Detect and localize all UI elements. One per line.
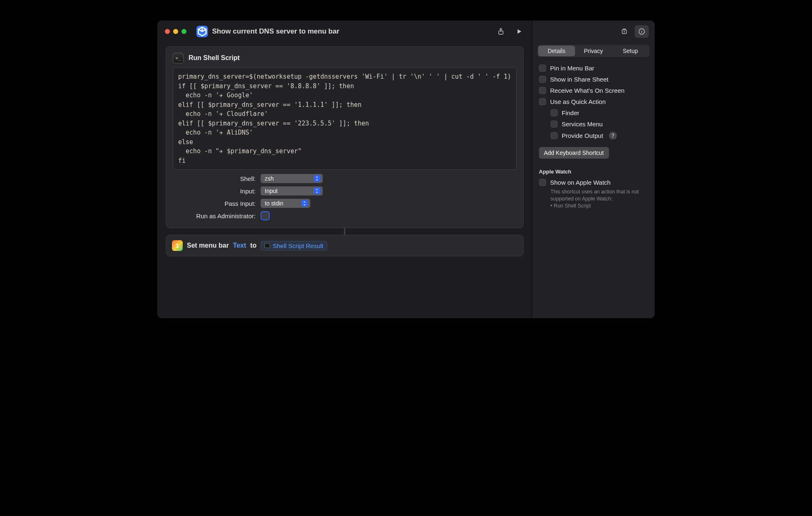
chevron-updown-icon	[314, 175, 320, 182]
checkbox-label: Receive What's On Screen	[550, 87, 625, 94]
option-finder[interactable]: Finder	[551, 109, 648, 116]
window-close-button[interactable]	[165, 29, 170, 34]
apple-watch-section-title: Apple Watch	[539, 169, 648, 175]
shortcuts-editor-window: Show current DNS server to menu bar >_ R…	[157, 21, 655, 318]
share-button[interactable]	[494, 25, 508, 38]
details-section: Pin in Menu Bar Show in Share Sheet Rece…	[532, 63, 655, 214]
run-button[interactable]	[512, 25, 526, 38]
option-show-on-apple-watch[interactable]: Show on Apple Watch	[539, 179, 648, 186]
option-pin-menu-bar[interactable]: Pin in Menu Bar	[539, 65, 648, 72]
tab-details[interactable]: Details	[538, 46, 575, 56]
editor-canvas[interactable]: >_ Run Shell Script primary_dns_server=$…	[157, 42, 532, 318]
action-header: >_ Run Shell Script	[173, 53, 517, 63]
param-pass-input: Pass Input: to stdin	[173, 199, 517, 208]
pass-input-popup[interactable]: to stdin	[261, 199, 310, 208]
sidebar-toolbar	[532, 21, 655, 42]
window-minimize-button[interactable]	[173, 29, 178, 34]
action-run-shell-script[interactable]: >_ Run Shell Script primary_dns_server=$…	[166, 46, 524, 228]
editor-main-pane: Show current DNS server to menu bar >_ R…	[157, 21, 532, 318]
titlebar: Show current DNS server to menu bar	[157, 21, 532, 42]
input-popup[interactable]: Input	[261, 186, 323, 195]
checkbox-label: Pin in Menu Bar	[550, 65, 594, 72]
checkbox-label: Show on Apple Watch	[550, 179, 611, 186]
library-button[interactable]	[617, 25, 631, 38]
inspector-tabs: Details Privacy Setup	[537, 45, 650, 57]
checkbox[interactable]	[539, 76, 546, 83]
param-shell: Shell: zsh	[173, 174, 517, 183]
param-label: Shell:	[173, 175, 256, 182]
option-provide-output[interactable]: Provide Output ?	[551, 132, 648, 140]
checkbox-label: Services Menu	[562, 121, 603, 128]
window-fullscreen-button[interactable]	[181, 29, 186, 34]
option-quick-action[interactable]: Use as Quick Action	[539, 98, 648, 105]
checkbox[interactable]	[539, 98, 546, 105]
inspector-button[interactable]	[635, 25, 649, 38]
checkbox[interactable]	[539, 65, 546, 72]
chevron-updown-icon	[301, 200, 308, 207]
pass-input-popup-value: to stdin	[265, 200, 283, 207]
checkbox[interactable]	[551, 121, 558, 128]
option-share-sheet[interactable]: Show in Share Sheet	[539, 76, 648, 83]
action-parameters: Shell: zsh Input: Input	[173, 174, 517, 220]
menubar-variable-token[interactable]: Shell Script Result	[261, 241, 327, 251]
run-as-admin-checkbox[interactable]	[261, 211, 270, 220]
param-run-as-admin: Run as Administrator:	[173, 211, 517, 220]
param-label: Pass Input:	[173, 200, 256, 207]
apple-watch-unsupported-hint: This shortcut uses an action that is not…	[551, 188, 648, 210]
shell-script-input[interactable]: primary_dns_server=$(networksetup -getdn…	[173, 68, 517, 170]
option-receive-on-screen[interactable]: Receive What's On Screen	[539, 87, 648, 94]
param-input: Input: Input	[173, 186, 517, 195]
chevron-updown-icon	[314, 188, 320, 194]
checkbox-label: Use as Quick Action	[550, 98, 606, 105]
checkbox[interactable]	[551, 132, 558, 139]
checkbox[interactable]	[539, 87, 546, 94]
one-thing-app-icon: 1	[172, 240, 183, 251]
inspector-sidebar: Details Privacy Setup Pin in Menu Bar Sh…	[532, 21, 655, 318]
checkbox[interactable]	[539, 179, 546, 186]
action-title: Run Shell Script	[188, 54, 240, 62]
action-set-menu-bar[interactable]: 1 Set menu bar Text to Shell Script Resu…	[166, 235, 524, 256]
checkbox-label: Show in Share Sheet	[550, 76, 609, 83]
terminal-icon: >_	[173, 53, 184, 63]
terminal-icon	[264, 243, 270, 248]
menubar-text-token[interactable]: Text	[233, 242, 246, 249]
help-icon[interactable]: ?	[609, 132, 617, 140]
shortcut-app-icon	[196, 26, 208, 37]
window-traffic-lights	[165, 29, 186, 34]
checkbox[interactable]	[551, 109, 558, 116]
window-title: Show current DNS server to menu bar	[212, 27, 339, 36]
add-keyboard-shortcut-button[interactable]: Add Keyboard Shortcut	[539, 147, 609, 159]
shell-popup[interactable]: zsh	[261, 174, 323, 183]
option-services-menu[interactable]: Services Menu	[551, 121, 648, 128]
tab-privacy[interactable]: Privacy	[575, 46, 612, 56]
menubar-to-text: to	[250, 242, 256, 249]
action-title: Set menu bar	[187, 242, 229, 249]
checkbox-label: Finder	[562, 109, 580, 116]
menubar-variable-label: Shell Script Result	[273, 242, 324, 249]
checkbox-label: Provide Output	[562, 132, 603, 139]
param-label: Input:	[173, 188, 256, 195]
input-popup-value: Input	[265, 188, 278, 194]
tab-setup[interactable]: Setup	[612, 46, 649, 56]
shell-popup-value: zsh	[265, 175, 274, 182]
param-label: Run as Administrator:	[173, 212, 256, 219]
